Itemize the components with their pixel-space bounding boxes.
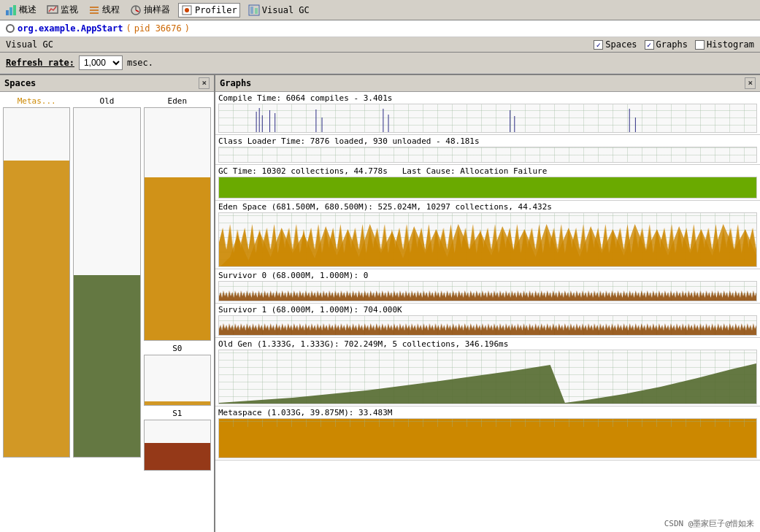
s1-subgroup: S1 bbox=[144, 409, 211, 471]
s1-bar-container bbox=[144, 420, 211, 471]
compile-svg bbox=[219, 104, 756, 133]
eden-label: Eden bbox=[168, 96, 188, 106]
spaces-body: Metas... Old Eden bbox=[0, 92, 214, 532]
spaces-header: Spaces × bbox=[0, 75, 214, 92]
thread-icon bbox=[88, 4, 100, 16]
profiler-icon bbox=[181, 4, 193, 16]
svg-rect-0 bbox=[6, 10, 9, 15]
checkboxes-row: Spaces Graphs Histogram bbox=[594, 39, 754, 50]
eden-subgroup: Eden bbox=[144, 96, 211, 341]
eden-group: Eden S0 S1 bbox=[144, 96, 211, 471]
oldgen-title: Old Gen (1.333G, 1.333G): 702.249M, 5 co… bbox=[218, 339, 757, 349]
survivor1-title: Survivor 1 (68.000M, 1.000M): 704.000K bbox=[218, 305, 757, 315]
toolbar-item-thread[interactable]: 线程 bbox=[86, 3, 122, 17]
metaspace-title: Metaspace (1.033G, 39.875M): 33.483M bbox=[218, 408, 757, 417]
visualgc-label: Visual GC bbox=[262, 5, 310, 15]
panel-title: Visual GC bbox=[6, 39, 53, 50]
eden-bar-container bbox=[144, 107, 211, 341]
svg-rect-34 bbox=[219, 316, 756, 336]
metaspace-canvas bbox=[218, 418, 757, 458]
svg-rect-14 bbox=[255, 8, 258, 14]
svg-rect-13 bbox=[250, 7, 253, 14]
monitor-label: 监视 bbox=[61, 4, 78, 16]
edenspace-title: Eden Space (681.500M, 680.500M): 525.024… bbox=[218, 202, 757, 212]
histogram-checkbox[interactable] bbox=[695, 40, 705, 50]
toolbar-item-sampler[interactable]: 抽样器 bbox=[128, 3, 172, 17]
credit: CSDN @墨家巨子@惜如来 bbox=[664, 518, 754, 529]
oldgen-svg bbox=[219, 350, 756, 404]
gctime-title: GC Time: 10302 collections, 44.778s Last… bbox=[218, 166, 757, 176]
radio-button[interactable] bbox=[6, 24, 15, 33]
compile-canvas bbox=[218, 104, 757, 133]
sampler-icon bbox=[130, 4, 142, 16]
refresh-bar: Refresh rate: 1,000 500 2000 msec. bbox=[0, 53, 760, 74]
graphs-close-button[interactable]: × bbox=[745, 77, 756, 89]
graph-row-metaspace: Metaspace (1.033G, 39.875M): 33.483M bbox=[215, 406, 760, 460]
graphs-header: Graphs × bbox=[215, 75, 760, 92]
toolbar-item-visualgc[interactable]: Visual GC bbox=[246, 4, 312, 17]
graph-row-edenspace: Eden Space (681.500M, 680.500M): 525.024… bbox=[215, 201, 760, 269]
spaces-checkbox-item[interactable]: Spaces bbox=[594, 39, 637, 50]
pid-value: pid 36676 bbox=[134, 23, 182, 34]
histogram-checkbox-label: Histogram bbox=[707, 39, 754, 50]
panel-header: Visual GC Spaces Graphs Histogram bbox=[0, 37, 760, 53]
gctime-canvas bbox=[218, 177, 757, 198]
toolbar: 概述 监视 线程 抽样器 Profiler Visual GC bbox=[0, 0, 760, 20]
toolbar-item-overview[interactable]: 概述 bbox=[3, 3, 39, 17]
s0-label: S0 bbox=[172, 344, 182, 353]
old-column: Old bbox=[73, 96, 140, 458]
s1-label: S1 bbox=[172, 409, 182, 418]
metas-label: Metas... bbox=[18, 96, 56, 106]
graph-row-gctime: GC Time: 10302 collections, 44.778s Last… bbox=[215, 165, 760, 201]
s0-subgroup: S0 bbox=[144, 344, 211, 406]
profiler-label: Profiler bbox=[195, 5, 237, 15]
graph-row-oldgen: Old Gen (1.333G, 1.333G): 702.249M, 5 co… bbox=[215, 338, 760, 406]
overview-icon bbox=[5, 4, 17, 16]
spaces-title: Spaces bbox=[4, 78, 36, 88]
s0-bar-fill bbox=[145, 401, 210, 405]
survivor0-canvas bbox=[218, 281, 757, 301]
app-name: org.example.AppStart bbox=[18, 23, 123, 34]
graphs-checkbox-item[interactable]: Graphs bbox=[645, 39, 688, 50]
graph-row-survivor0: Survivor 0 (68.000M, 1.000M): 0 bbox=[215, 269, 760, 304]
graphs-checkbox[interactable] bbox=[645, 40, 654, 50]
pid-label: ( bbox=[126, 23, 131, 34]
pid-close: ) bbox=[185, 23, 190, 34]
overview-label: 概述 bbox=[19, 4, 37, 16]
eden-bar-fill bbox=[145, 177, 210, 340]
old-bar-fill bbox=[74, 275, 139, 457]
refresh-select[interactable]: 1,000 500 2000 bbox=[79, 55, 123, 70]
graph-row-survivor1: Survivor 1 (68.000M, 1.000M): 704.000K bbox=[215, 304, 760, 338]
graph-row-classloader: Class Loader Time: 7876 loaded, 930 unlo… bbox=[215, 135, 760, 165]
classloader-canvas bbox=[218, 147, 757, 163]
survivor1-canvas bbox=[218, 315, 757, 336]
s0-bar-container bbox=[144, 355, 211, 406]
classloader-title: Class Loader Time: 7876 loaded, 930 unlo… bbox=[218, 136, 757, 146]
refresh-label: Refresh rate: bbox=[6, 58, 74, 68]
survivor0-svg bbox=[219, 282, 756, 301]
graphs-title: Graphs bbox=[220, 78, 251, 88]
survivor0-title: Survivor 0 (68.000M, 1.000M): 0 bbox=[218, 271, 757, 280]
eden-svg bbox=[219, 213, 756, 267]
graph-row-compile: Compile Time: 6064 compiles - 3.401s bbox=[215, 92, 760, 135]
monitor-icon bbox=[47, 4, 58, 16]
svg-point-11 bbox=[185, 8, 189, 12]
title-bar: org.example.AppStart ( pid 36676 ) bbox=[0, 20, 760, 37]
toolbar-item-monitor[interactable]: 监视 bbox=[45, 3, 80, 17]
graphs-checkbox-label: Graphs bbox=[656, 39, 688, 50]
toolbar-item-profiler[interactable]: Profiler bbox=[178, 3, 240, 18]
s1-bar-fill bbox=[145, 443, 210, 470]
old-bar-container bbox=[73, 107, 140, 458]
visualgc-icon bbox=[248, 4, 260, 16]
thread-label: 线程 bbox=[102, 4, 120, 16]
spaces-close-button[interactable]: × bbox=[199, 77, 210, 89]
metas-bar-container bbox=[3, 107, 70, 458]
svg-line-9 bbox=[136, 10, 139, 12]
graphs-panel: Graphs × Compile Time: 6064 compiles - 3… bbox=[215, 74, 760, 532]
main-content: Spaces × Metas... Old bbox=[0, 74, 760, 532]
histogram-checkbox-item[interactable]: Histogram bbox=[695, 39, 754, 50]
spaces-checkbox[interactable] bbox=[594, 40, 603, 50]
survivor1-svg bbox=[219, 316, 756, 336]
svg-rect-2 bbox=[13, 5, 16, 15]
spaces-checkbox-label: Spaces bbox=[605, 39, 637, 50]
